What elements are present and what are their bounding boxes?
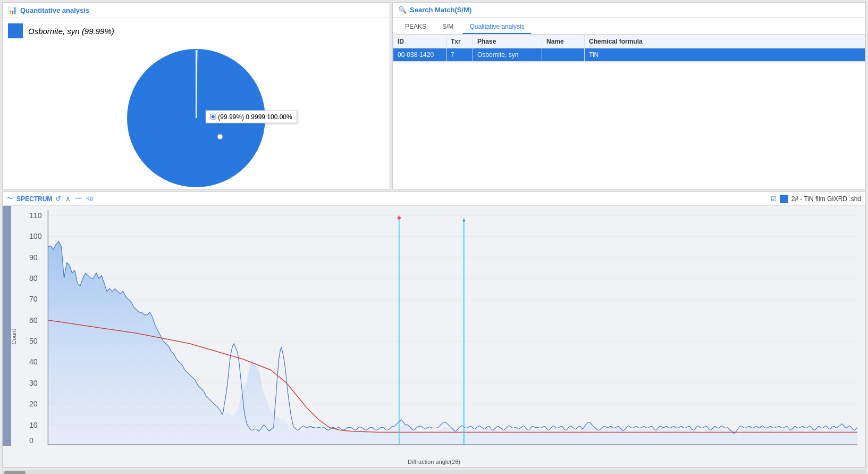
table-row[interactable]: 00-038-1420 7 Osbornite, syn TiN (393, 48, 865, 62)
spectrum-body: Count Diffraction angle(2θ) 110 100 90 8… (3, 206, 865, 467)
table-header-row: ID Txr Phase Name Chemical formula (393, 35, 865, 48)
spectrum-tools: ↺ ∧ 〰 Kα (55, 195, 92, 203)
svg-text:70: 70 (29, 295, 38, 303)
svg-text:30: 30 (29, 379, 38, 387)
spectrum-title: SPECTRUM (16, 195, 52, 203)
results-table-container: ID Txr Phase Name Chemical formula 00-03… (393, 35, 865, 189)
spectrum-chart: 110 100 90 80 70 60 50 40 30 20 10 0 (29, 210, 860, 446)
tab-qualitative[interactable]: Qualitative analysis (462, 20, 531, 34)
peak-tool[interactable]: ∧ (65, 195, 71, 203)
quantitative-panel: 📊 Quantitative analysis Osbornite, syn (… (2, 2, 390, 189)
results-table: ID Txr Phase Name Chemical formula 00-03… (393, 35, 865, 62)
cell-id: 00-038-1420 (393, 48, 446, 62)
pie-dot (210, 114, 216, 120)
cell-phase: Osbornite, syn (473, 48, 542, 62)
tab-sm[interactable]: S/M (435, 20, 460, 34)
smooth-tool[interactable]: 〰 (75, 195, 82, 203)
cell-name (542, 48, 585, 62)
spectrum-header: 〜 SPECTRUM ↺ ∧ 〰 Kα ☑ 2# - TiN film GIXR… (3, 192, 865, 206)
spectrum-legend: ☑ 2# - TiN film GIXRD .shd (771, 195, 861, 203)
col-formula: Chemical formula (585, 35, 865, 48)
svg-text:40: 40 (29, 358, 38, 367)
spectrum-icon: 〜 (7, 194, 13, 203)
svg-text:20: 20 (29, 400, 38, 408)
spectrum-header-left: 〜 SPECTRUM ↺ ∧ 〰 Kα (7, 194, 93, 203)
col-name: Name (542, 35, 585, 48)
pie-container: (99.99%) 0.9999 100.00% (8, 44, 384, 193)
search-match-panel: 🔍 Search Match(S/M) PEAKS S/M Qualitativ… (392, 2, 866, 189)
reset-tool[interactable]: ↺ (55, 195, 61, 203)
cell-formula: TiN (585, 48, 865, 62)
pie-tooltip: (99.99%) 0.9999 100.00% (206, 111, 297, 123)
quant-title: Quantitative analysis (20, 6, 89, 14)
vertical-scroll-bar[interactable] (3, 206, 11, 446)
search-header: 🔍 Search Match(S/M) (393, 3, 865, 18)
legend-label: Osbornite, syn (99.99%) (28, 27, 114, 36)
horizontal-scrollbar[interactable] (2, 470, 866, 474)
svg-text:50: 50 (29, 337, 38, 345)
legend-color (780, 195, 788, 203)
svg-text:80: 80 (29, 274, 38, 282)
kea-tool[interactable]: Kα (86, 196, 92, 202)
svg-text:110: 110 (29, 211, 42, 220)
svg-text:0: 0 (29, 436, 33, 445)
search-title: Search Match(S/M) (410, 6, 471, 14)
legend-color-box (8, 23, 23, 38)
svg-point-94 (398, 217, 401, 220)
scrollbar-thumb[interactable] (4, 471, 26, 474)
col-phase: Phase (473, 35, 542, 48)
y-axis-label: Count (11, 329, 17, 344)
spectrum-section: 〜 SPECTRUM ↺ ∧ 〰 Kα ☑ 2# - TiN film GIXR… (2, 192, 866, 468)
legend-text: 2# - TiN film GIXRD .shd (791, 195, 861, 203)
chart-icon: 📊 (8, 6, 17, 14)
quant-body: Osbornite, syn (99.99%) (99.99%) 0.9999 … (3, 18, 390, 198)
legend-checkbox[interactable]: ☑ (771, 195, 777, 203)
col-txr: Txr (446, 35, 473, 48)
col-id: ID (393, 35, 446, 48)
svg-text:60: 60 (29, 316, 38, 325)
svg-point-96 (463, 220, 465, 222)
x-axis-label: Diffraction angle(2θ) (408, 459, 460, 465)
search-icon: 🔍 (398, 6, 407, 14)
pie-tooltip-text: (99.99%) 0.9999 100.00% (218, 113, 292, 121)
tab-peaks[interactable]: PEAKS (398, 20, 433, 34)
tab-bar: PEAKS S/M Qualitative analysis (393, 18, 865, 35)
legend-item: Osbornite, syn (99.99%) (8, 23, 384, 38)
svg-point-2 (217, 134, 223, 139)
cell-txr: 7 (446, 48, 473, 62)
quant-header: 📊 Quantitative analysis (3, 3, 390, 18)
svg-text:10: 10 (29, 421, 38, 429)
svg-text:90: 90 (29, 253, 38, 262)
svg-text:100: 100 (29, 232, 42, 240)
